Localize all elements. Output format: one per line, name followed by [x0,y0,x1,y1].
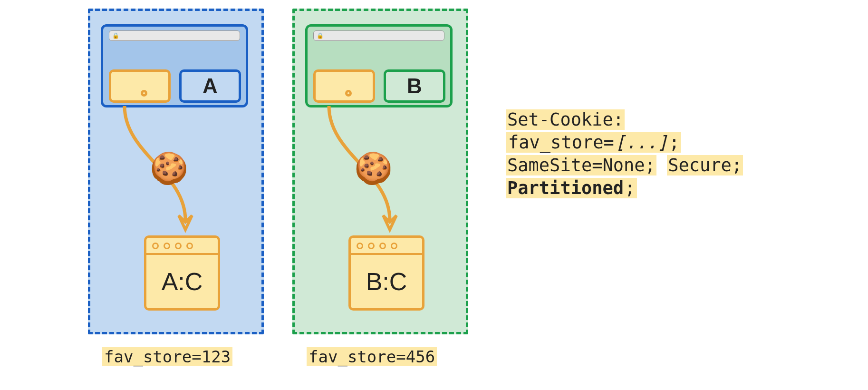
partition-a: 🔒 A 🍪 A:C [88,9,264,334]
jar-dots [146,238,218,249]
jar-label-a: A:C [146,255,218,308]
code-partitioned: Partitioned [507,178,624,198]
cookie-jar-a: A:C [144,235,220,311]
caption-a: fav_store=123 [102,347,232,366]
code-cookie-name: fav_store= [507,132,615,153]
code-samesite: SameSite=None; [506,155,656,176]
embed-iframe-a [109,69,171,103]
arrow-origin-node-a [141,90,147,97]
cookie-icon: 🍪 [354,153,393,184]
arrow-origin-node-b [345,90,352,97]
set-cookie-code: Set-Cookie: fav_store=[...]; SameSite=No… [506,108,743,200]
code-placeholder: [...] [615,132,668,153]
site-letter-b: B [384,69,445,103]
code-line-1: Set-Cookie: [506,109,625,130]
browser-window-a: 🔒 A [101,24,248,107]
caption-b: fav_store=456 [307,347,437,366]
site-letter-a: A [179,69,241,103]
browser-window-b: 🔒 B [305,24,453,107]
lock-icon: 🔒 [112,32,119,39]
address-bar-a: 🔒 [109,30,240,41]
cookie-jar-b: B:C [348,235,424,311]
jar-dots [351,238,422,249]
lock-icon: 🔒 [317,32,324,39]
cookie-icon: 🍪 [150,153,188,184]
address-bar-b: 🔒 [313,30,444,41]
code-semicolon: ; [668,132,680,153]
embed-iframe-b [313,69,375,103]
jar-label-b: B:C [351,255,422,308]
partition-b: 🔒 B 🍪 B:C [292,9,468,334]
code-semicolon-2: ; [624,178,636,198]
code-secure: Secure; [667,155,743,176]
